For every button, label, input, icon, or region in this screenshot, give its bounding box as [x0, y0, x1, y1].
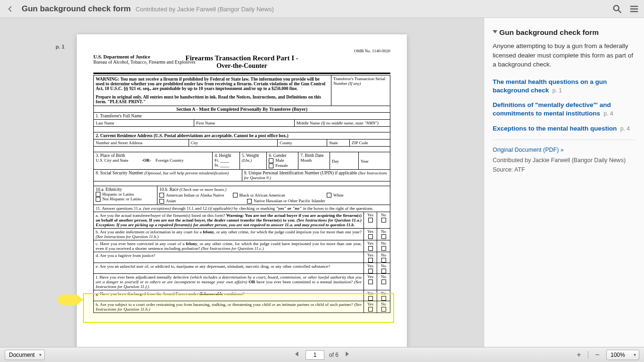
q8-hint: (Optional, but will help prevent misiden… — [144, 171, 229, 175]
original-pdf-link[interactable]: Original Document (PDF) » — [493, 147, 636, 153]
document-title: Gun background check form — [22, 4, 131, 14]
state-label: State — [329, 140, 338, 145]
page-input[interactable] — [305, 350, 324, 360]
note-link-1[interactable]: The mental health questions on a gun bac… — [493, 78, 636, 95]
svg-marker-7 — [346, 351, 349, 356]
no-label: No — [381, 213, 386, 217]
race1: American Indian or Alaska Native — [166, 193, 224, 197]
foreign-label: Foreign Country — [156, 158, 184, 163]
city-label: City — [191, 140, 198, 145]
last-name-label: Last Name — [96, 121, 114, 125]
lbs-label: (Lbs.) — [242, 158, 252, 163]
middle-name-label: Middle Name — [297, 121, 320, 125]
female-label: Female — [275, 163, 288, 168]
q11c: c. Have you ever been convicted in any c… — [94, 240, 363, 252]
zip-label: ZIP Code — [352, 140, 368, 145]
q10b-label: 10.b. Race — [159, 187, 178, 192]
q11g: g. Have you been discharged from the Arm… — [94, 290, 363, 301]
q5-label: 5. Weight — [242, 153, 265, 158]
warning-text: WARNING: You may not receive a firearm i… — [96, 77, 325, 91]
svg-marker-5 — [493, 30, 497, 33]
month-label: Month — [300, 158, 312, 163]
race4: Asian — [166, 198, 176, 203]
q11-intro: 11. Answer questions 11.a. (see exceptio… — [93, 205, 390, 212]
middle-hint: (If no middle name, state "NMN") — [321, 121, 379, 125]
street-label: Number and Street Address — [96, 140, 142, 145]
male-label: Male — [275, 158, 284, 163]
note-link-3[interactable]: Exceptions to the mental health question… — [493, 124, 636, 133]
zoom-out-button[interactable]: − — [593, 351, 602, 359]
q11e: e. Are you an unlawful user of, or addic… — [94, 263, 363, 273]
contributor-label: Contributed by Jackie Farwell (Bangor Da… — [135, 6, 273, 13]
svg-marker-6 — [295, 351, 298, 356]
q8-label: 8. Social Security Number — [96, 171, 143, 175]
highlight-arrow-icon — [58, 295, 77, 305]
race5: Native Hawaiian or Other Pacific Islande… — [254, 198, 325, 203]
total-pages-label: of 6 — [329, 352, 339, 358]
q11b: b. Are you under indictment or informati… — [94, 229, 363, 240]
first-name-label: First Name — [196, 121, 215, 125]
sidebar-description: Anyone attempting to buy a gun from a fe… — [493, 41, 636, 69]
section-a-header: Section A - Must Be Completed Personally… — [93, 106, 390, 113]
q11a: a. Are you the actual transferee/buyer o… — [94, 212, 363, 228]
nothispanic-label: Not Hispanic or Latino — [102, 197, 141, 201]
q10a-label: 10.a. Ethnicity — [96, 187, 155, 192]
in-label: In. — [215, 163, 219, 167]
q6-label: 6. Gender — [269, 153, 296, 158]
document-page: OMB No. 1140-0020 U.S. Department of Jus… — [77, 34, 407, 347]
sidebar-title: Gun background check form — [499, 28, 599, 37]
race2: Black or African American — [239, 193, 285, 197]
q3-label: 3. Place of Birth — [96, 153, 210, 158]
q9-label: 9. Unique Personal Identification Number… — [244, 171, 357, 175]
race3: White — [333, 193, 344, 197]
document-viewport[interactable]: p. 1 OMB No. 1140-0020 U.S. Department o… — [0, 18, 484, 347]
ft-label: Ft. — [215, 158, 219, 163]
back-button[interactable] — [5, 3, 16, 15]
year-label: Year — [361, 159, 369, 164]
sidebar-contributor: Contributed by Jackie Farwell (Bangor Da… — [493, 157, 636, 164]
day-label: Day — [332, 159, 339, 164]
top-bar: Gun background check form Contributed by… — [0, 0, 644, 18]
serial-ifany: (If any) — [348, 81, 361, 86]
prev-page-button[interactable] — [293, 350, 301, 360]
q11f: f. Have you ever been adjudicated mental… — [94, 274, 363, 290]
sidebar-source: Source: ATF — [493, 166, 636, 173]
q1-label: 1. Transferee's Full Name — [96, 114, 388, 118]
county-label: County — [280, 140, 292, 145]
zoom-select[interactable]: 100% — [606, 350, 639, 360]
page-number-label: p. 1 — [56, 44, 65, 49]
omb-number: OMB No. 1140-0020 — [93, 49, 390, 53]
q7-label: 7. Birth Date — [300, 153, 328, 158]
sidebar: Gun background check form Anyone attempt… — [484, 18, 644, 347]
hispanic-label: Hispanic or Latino — [102, 192, 134, 197]
search-icon[interactable] — [612, 4, 622, 14]
bottom-bar: Document of 6 + − 100% — [0, 347, 644, 362]
next-page-button[interactable] — [343, 350, 351, 360]
or-label: -OR- — [142, 158, 151, 163]
svg-line-1 — [619, 10, 621, 13]
prepare-text: Prepare in original only. All entries mu… — [96, 95, 321, 104]
svg-point-0 — [614, 5, 619, 10]
q4-label: 4. Height — [215, 153, 238, 158]
collapse-icon[interactable] — [493, 30, 497, 35]
us-city-label: U.S. City and State — [96, 158, 128, 163]
q11d: d. Are you a fugitive from justice? — [94, 252, 363, 263]
note-link-2[interactable]: Definitions of "mentally defective"' and… — [493, 101, 636, 118]
q11h: h. Are you subject to a court order rest… — [94, 301, 363, 313]
view-mode-select[interactable]: Document — [5, 350, 45, 360]
yes-label: Yes — [367, 213, 373, 217]
q10b-hint: (Check one or more boxes.) — [180, 187, 226, 192]
zoom-in-button[interactable]: + — [575, 351, 583, 359]
q2-label: 2. Current Residence Address (U.S. Posta… — [96, 133, 289, 138]
menu-icon[interactable] — [629, 4, 639, 14]
